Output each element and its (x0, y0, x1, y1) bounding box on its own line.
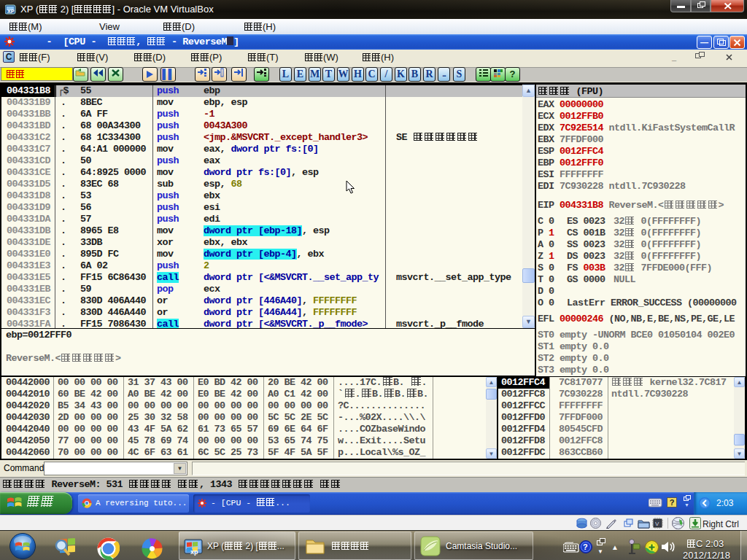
svg-text:V: V (655, 521, 659, 527)
svg-text:xp: xp (190, 548, 198, 556)
svg-text:XP: XP (7, 9, 15, 14)
svg-text:?: ? (583, 542, 588, 551)
